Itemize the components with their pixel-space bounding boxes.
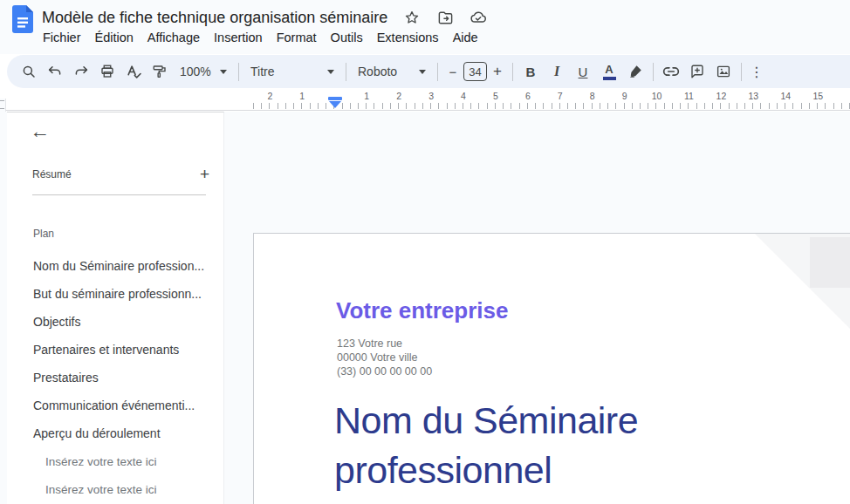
ruler-number: 9	[620, 91, 629, 101]
ruler-number: 2	[265, 91, 274, 101]
ruler-number: 15	[811, 91, 825, 101]
cloud-saved-icon[interactable]	[470, 9, 487, 26]
outline-item[interactable]: Insérez votre texte ici	[7, 447, 223, 475]
print-icon[interactable]	[94, 58, 120, 85]
toolbar: 100% Titre Roboto − 34 + B I U A	[7, 55, 850, 88]
outline-item[interactable]: Partenaires et intervenants	[7, 336, 223, 364]
address-block: 123 Votre rue00000 Votre ville(33) 00 00…	[337, 337, 432, 378]
toolbar-divider	[238, 63, 239, 81]
ruler-number: 6	[524, 91, 532, 101]
more-options-button[interactable]: ⋮	[746, 58, 767, 85]
menu-item[interactable]: Affichage	[141, 28, 207, 47]
company-name-text[interactable]: Votre entreprise	[336, 297, 508, 324]
ruler-number: 13	[747, 91, 761, 101]
toolbar-divider	[741, 63, 742, 81]
highlight-color-icon[interactable]	[622, 58, 648, 85]
document-main-title[interactable]: Nom du Séminaire professionnel	[334, 396, 727, 495]
redo-icon[interactable]	[68, 58, 94, 85]
text-color-swatch	[603, 77, 616, 80]
indent-marker[interactable]	[328, 97, 342, 108]
ruler-number: 4	[459, 91, 468, 101]
outline-list: Nom du Séminaire profession...But du sém…	[7, 252, 223, 503]
address-line[interactable]: (33) 00 00 00 00 00	[337, 364, 432, 378]
move-folder-icon[interactable]	[436, 9, 454, 26]
undo-icon[interactable]	[42, 58, 68, 85]
toolbar-divider	[653, 63, 654, 81]
corner-decoration-rectangle	[810, 237, 850, 288]
toolbar-divider	[437, 63, 438, 81]
link-icon[interactable]	[658, 58, 684, 85]
menu-item[interactable]: Édition	[88, 28, 141, 47]
menu-item[interactable]: Format	[270, 28, 324, 47]
outline-sidebar: ← Résumé + Plan Nom du Séminaire profess…	[7, 112, 224, 504]
comment-icon[interactable]	[684, 58, 710, 85]
ruler-number: 1	[298, 91, 306, 101]
search-icon[interactable]	[16, 58, 42, 85]
spellcheck-icon[interactable]	[120, 58, 147, 85]
ruler-number: 7	[556, 91, 565, 101]
toolbar-divider	[346, 63, 346, 81]
document-title[interactable]: Modèle de fiche technique organisation s…	[42, 9, 387, 27]
ruler-number: 14	[778, 91, 792, 101]
chevron-down-icon	[419, 70, 426, 74]
star-icon[interactable]	[403, 9, 421, 26]
menu-item[interactable]: Fichier	[36, 28, 88, 47]
italic-button[interactable]: I	[544, 58, 570, 85]
google-docs-logo-icon[interactable]	[12, 5, 33, 37]
summary-divider	[32, 194, 206, 195]
chevron-down-icon	[327, 70, 334, 74]
paint-format-icon[interactable]	[147, 58, 173, 85]
ruler-number: 2	[394, 91, 403, 101]
outline-item[interactable]: Aperçu du déroulement	[7, 419, 223, 447]
address-line[interactable]: 00000 Votre ville	[337, 351, 432, 364]
font-size-input[interactable]: 34	[463, 62, 487, 81]
outline-item[interactable]: But du séminaire professionn...	[7, 280, 223, 308]
ruler-number: 3	[427, 91, 435, 101]
paragraph-style-select[interactable]: Titre	[243, 58, 341, 85]
address-line[interactable]: 123 Votre rue	[337, 337, 432, 351]
add-summary-button[interactable]: +	[200, 167, 209, 182]
bold-button[interactable]: B	[518, 58, 544, 85]
summary-label: Résumé	[32, 168, 72, 180]
ruler-number: 5	[491, 91, 500, 101]
ruler-number: 1	[362, 91, 371, 101]
text-color-button[interactable]: A	[596, 58, 622, 85]
ruler-number: 10	[650, 91, 664, 101]
app-header: Modèle de fiche technique organisation s…	[0, 0, 850, 54]
font-family-select[interactable]: Roboto	[351, 58, 433, 85]
close-outline-button[interactable]: ←	[30, 121, 50, 140]
document-canvas: ← Résumé + Plan Nom du Séminaire profess…	[0, 112, 850, 504]
increase-font-size-button[interactable]: +	[487, 58, 508, 85]
menu-item[interactable]: Insertion	[207, 28, 270, 47]
outline-item[interactable]: Nom du Séminaire profession...	[7, 252, 223, 280]
ruler-number: 11	[682, 91, 696, 101]
outline-item[interactable]: Communication événementi...	[7, 392, 223, 419]
menu-bar: FichierÉditionAffichageInsertionFormatOu…	[36, 28, 485, 47]
menu-item[interactable]: Aide	[446, 28, 485, 47]
outline-heading: Plan	[33, 228, 54, 240]
menu-item[interactable]: Outils	[324, 28, 370, 47]
outline-item[interactable]: Prestataires	[7, 364, 223, 392]
outline-item[interactable]: Insérez votre texte ici	[7, 475, 223, 503]
document-page[interactable]: Votre entreprise 123 Votre rue00000 Votr…	[253, 233, 850, 504]
zoom-select[interactable]: 100%	[173, 58, 234, 85]
ruler-number: 8	[588, 91, 597, 101]
horizontal-ruler[interactable]: 21123456789101112131415	[0, 88, 850, 111]
underline-button[interactable]: U	[570, 58, 596, 85]
menu-item[interactable]: Extensions	[370, 28, 446, 47]
chevron-down-icon	[220, 70, 227, 74]
ruler-ticks	[253, 103, 850, 109]
ruler-number: 12	[715, 91, 729, 101]
image-icon[interactable]	[710, 58, 737, 85]
toolbar-divider	[512, 63, 513, 81]
outline-item[interactable]: Objectifs	[7, 308, 223, 336]
decrease-font-size-button[interactable]: −	[442, 58, 463, 85]
